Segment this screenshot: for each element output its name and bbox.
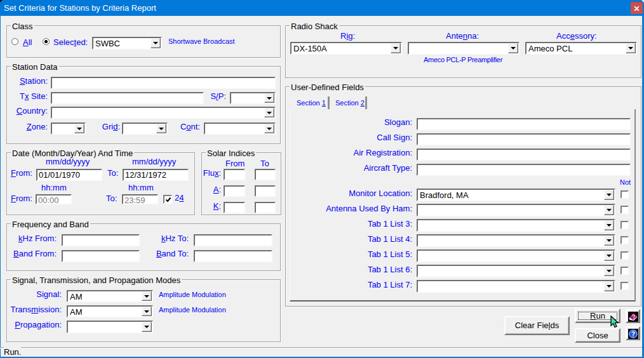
svg-text:?: ?	[631, 330, 635, 338]
